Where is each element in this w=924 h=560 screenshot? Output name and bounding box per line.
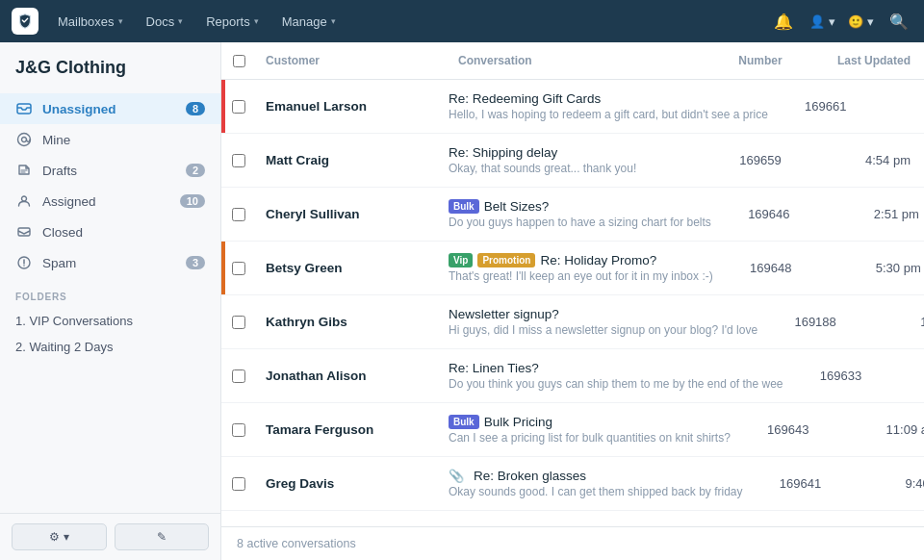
chevron-down-icon: ▾ — [331, 16, 336, 26]
search-icon[interactable]: 🔍 — [886, 8, 912, 35]
row-number: 169188 — [767, 303, 863, 341]
row-flag — [221, 80, 225, 133]
agent-icon: 🙂 — [848, 14, 863, 29]
row-conv-title: VipPromotionRe: Holiday Promo? — [449, 253, 713, 267]
spam-badge: 3 — [186, 256, 205, 269]
row-conversation: VipPromotionRe: Holiday Promo? That's gr… — [449, 242, 723, 294]
attachment-icon: 📎 — [449, 469, 464, 483]
row-updated: 5:30 pm — [819, 249, 924, 287]
row-number: 169646 — [721, 195, 817, 233]
chevron-down-icon: ▾ — [829, 14, 835, 29]
row-checkbox[interactable] — [232, 369, 245, 383]
row-conv-title: BulkBelt Sizes? — [449, 199, 711, 214]
sidebar-item-label: Drafts — [42, 164, 186, 178]
nav-mailboxes[interactable]: Mailboxes ▾ — [48, 9, 133, 35]
spam-icon — [15, 254, 33, 271]
person-icon — [15, 192, 33, 210]
row-checkbox[interactable] — [232, 154, 245, 167]
col-updated: Last Updated — [808, 50, 924, 71]
sidebar-folder-waiting[interactable]: 2. Waiting 2 Days — [0, 334, 220, 360]
settings-button[interactable]: ⚙ ▾ — [12, 523, 107, 550]
user-settings-button[interactable]: 👤 ▾ — [808, 8, 835, 35]
drafts-badge: 2 — [186, 164, 205, 177]
table-row[interactable]: Jonathan Alison Re: Linen Ties? Do you t… — [221, 349, 924, 403]
row-checkbox-cell — [221, 196, 256, 233]
row-checkbox[interactable] — [232, 262, 245, 275]
row-conversation: BulkBulk Pricing Can I see a pricing lis… — [449, 403, 740, 456]
table-row[interactable]: Emanuel Larson Re: Redeeming Gift Cards … — [221, 80, 924, 134]
agent-profile-button[interactable]: 🙂 ▾ — [847, 8, 874, 35]
row-conv-title: Re: Redeeming Gift Cards — [449, 91, 768, 106]
sidebar-item-assigned[interactable]: Assigned 10 — [0, 186, 220, 216]
topnav: Mailboxes ▾ Docs ▾ Reports ▾ Manage ▾ 🔔 … — [0, 0, 924, 42]
row-updated: 5:30 pm — [874, 88, 924, 125]
row-customer: Kathryn Gibs — [256, 303, 449, 341]
svg-point-2 — [22, 138, 27, 142]
row-customer: Cheryl Sullivan — [256, 195, 449, 233]
at-icon — [15, 131, 33, 148]
chevron-down-icon: ▾ — [118, 16, 123, 26]
unassigned-badge: 8 — [186, 102, 205, 115]
app-logo[interactable] — [12, 8, 38, 35]
row-number: 169648 — [723, 249, 819, 287]
row-customer: Emanuel Larson — [256, 88, 449, 125]
inbox-icon — [15, 100, 33, 117]
select-all-cell — [221, 50, 256, 71]
content-area: Customer Conversation Number Last Update… — [221, 42, 924, 560]
row-checkbox[interactable] — [232, 100, 245, 114]
table-body: Emanuel Larson Re: Redeeming Gift Cards … — [221, 80, 924, 526]
table-row[interactable]: Betsy Green VipPromotionRe: Holiday Prom… — [221, 242, 924, 295]
row-updated: 12:10 pm — [889, 357, 924, 395]
table-footer: 8 active conversations — [221, 526, 924, 560]
row-conv-title: BulkBulk Pricing — [449, 415, 731, 429]
sidebar-item-label: Spam — [42, 256, 186, 270]
row-checkbox-cell — [221, 304, 256, 341]
row-checkbox[interactable] — [232, 316, 245, 329]
row-checkbox-cell — [221, 89, 256, 125]
row-number: 169633 — [793, 357, 889, 395]
table-row[interactable]: Kathryn Gibs Newsletter signup? Hi guys,… — [221, 295, 924, 349]
table-row[interactable]: Cheryl Sullivan BulkBelt Sizes? Do you g… — [221, 188, 924, 242]
row-checkbox[interactable] — [232, 208, 245, 221]
table-row[interactable]: Tamara Ferguson BulkBulk Pricing Can I s… — [221, 403, 924, 457]
sidebar-footer: ⚙ ▾ ✎ — [0, 513, 220, 560]
bell-icon[interactable]: 🔔 — [770, 8, 797, 35]
row-updated: 4:54 pm — [808, 141, 924, 179]
row-conversation: Re: Shipping delay Okay, that sounds gre… — [449, 134, 712, 187]
row-checkbox-cell — [221, 412, 256, 448]
table-row[interactable]: Matt Craig Re: Shipping delay Okay, that… — [221, 134, 924, 188]
sidebar: J&G Clothing Unassigned 8 — [0, 42, 221, 560]
sidebar-item-label: Assigned — [42, 194, 180, 209]
table-row[interactable]: Greg Davis 📎Re: Broken glasses Okay soun… — [221, 457, 924, 511]
row-checkbox[interactable] — [232, 423, 245, 437]
topnav-items: Mailboxes ▾ Docs ▾ Reports ▾ Manage ▾ — [48, 9, 770, 35]
row-customer: Jonathan Alison — [256, 357, 449, 395]
conv-tag-vip: Vip — [449, 253, 473, 267]
svg-point-3 — [22, 196, 27, 201]
row-conversation: BulkBelt Sizes? Do you guys happen to ha… — [449, 188, 721, 241]
row-conv-preview: That's great! I'll keep an eye out for i… — [449, 269, 713, 283]
conv-tag-bulk: Bulk — [449, 199, 479, 214]
row-checkbox-cell — [221, 358, 256, 395]
select-all-checkbox[interactable] — [233, 55, 245, 67]
sidebar-item-unassigned[interactable]: Unassigned 8 — [0, 93, 220, 124]
row-checkbox[interactable] — [232, 477, 245, 491]
row-conv-preview: Do you guys happen to have a sizing char… — [449, 216, 711, 229]
company-name: J&G Clothing — [0, 58, 220, 93]
sidebar-folder-vip[interactable]: 1. VIP Conversations — [0, 308, 220, 334]
nav-reports[interactable]: Reports ▾ — [196, 9, 269, 35]
row-number: 169643 — [740, 411, 836, 448]
sidebar-item-spam[interactable]: Spam 3 — [0, 247, 220, 278]
nav-manage[interactable]: Manage ▾ — [272, 9, 346, 35]
sidebar-item-mine[interactable]: Mine — [0, 124, 220, 155]
main-layout: J&G Clothing Unassigned 8 — [0, 42, 924, 560]
conv-tag-promo: Promotion — [477, 253, 535, 267]
gear-icon: ⚙ — [49, 530, 60, 544]
row-conversation: 📎Re: Broken glasses Okay sounds good. I … — [449, 457, 753, 510]
topnav-right: 🔔 👤 ▾ 🙂 ▾ 🔍 — [770, 8, 912, 35]
compose-button[interactable]: ✎ — [115, 523, 210, 550]
sidebar-item-closed[interactable]: Closed — [0, 216, 220, 247]
sidebar-item-label: Closed — [42, 225, 205, 240]
nav-docs[interactable]: Docs ▾ — [137, 9, 193, 35]
sidebar-item-drafts[interactable]: Drafts 2 — [0, 155, 220, 186]
